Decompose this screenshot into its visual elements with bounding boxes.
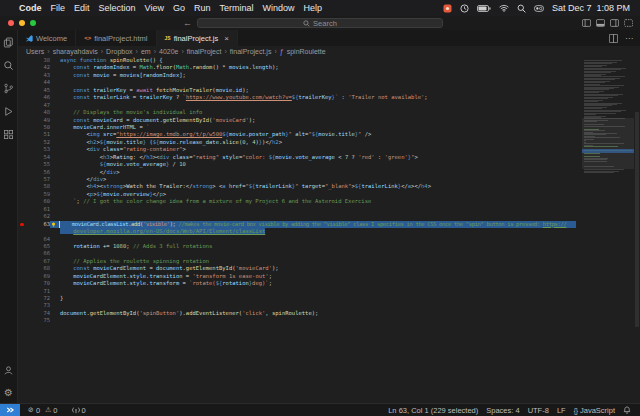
code-line-50[interactable]: 50 movieCard.innerHTML = ` — [18, 124, 576, 131]
breadcrumb-item[interactable]: sharayahdavis — [53, 48, 98, 55]
gutter-glyph-margin[interactable] — [18, 87, 26, 94]
gutter-glyph-margin[interactable] — [18, 146, 26, 153]
gutter-glyph-margin[interactable] — [18, 102, 26, 109]
code-line-55[interactable]: 55 ${movie.vote_average} / 10 — [18, 161, 576, 168]
tab-finalproject-html[interactable]: <>finalProject.html — [76, 30, 156, 46]
toggle-secondary-sidebar-icon[interactable] — [610, 19, 619, 27]
code-line-69[interactable]: 69 movieCardElement.style.transition = '… — [18, 273, 576, 280]
minimap[interactable] — [582, 57, 634, 403]
tab-welcome[interactable]: Welcome — [18, 30, 76, 46]
eol-sequence[interactable]: LF — [553, 406, 570, 415]
gutter-glyph-margin[interactable] — [18, 198, 26, 205]
toggle-panel-icon[interactable] — [596, 19, 605, 27]
split-editor-icon[interactable] — [609, 34, 618, 43]
gutter-glyph-margin[interactable] — [18, 236, 26, 243]
extensions-icon[interactable] — [3, 129, 14, 140]
menu-bar-clock[interactable]: Sat Dec 7 1:08 PM — [552, 3, 630, 13]
code-line-66[interactable]: 66 — [18, 250, 576, 257]
code-line-58[interactable]: 58 <h4><strong>Watch the Trailer:</stron… — [18, 183, 576, 190]
menu-view[interactable]: View — [145, 3, 164, 13]
gutter-glyph-margin[interactable] — [18, 79, 26, 86]
code-line-54[interactable]: 54 <h3>Rating: </h3><div class="rating" … — [18, 154, 576, 161]
code-line-38[interactable]: 38async function spinRoulette() { — [18, 57, 576, 64]
gutter-glyph-margin[interactable] — [18, 161, 26, 168]
ports-indicator[interactable]: 0 — [68, 406, 90, 415]
code-line-53[interactable]: 53 <div class="rating-container"> — [18, 146, 576, 153]
gutter-glyph-margin[interactable] — [18, 176, 26, 183]
code-line-70[interactable]: 70 movieCardElement.style.transform = `r… — [18, 280, 576, 287]
accounts-icon[interactable] — [3, 365, 14, 376]
source-control-icon[interactable] — [3, 83, 14, 94]
code-line-62[interactable]: 62 — [18, 213, 576, 220]
code-line-45[interactable]: 45 const trailerKey = await fetchMovieTr… — [18, 87, 576, 94]
gutter-glyph-margin[interactable] — [18, 280, 26, 287]
code-line-56[interactable]: 56 </div> — [18, 169, 576, 176]
menu-window[interactable]: Window — [262, 3, 294, 13]
gutter-glyph-margin[interactable] — [18, 310, 26, 317]
more-actions-icon[interactable]: ⋯ — [625, 34, 633, 43]
breadcrumb-item[interactable]: finalProject.js — [230, 48, 272, 55]
customize-layout-icon[interactable] — [624, 19, 633, 27]
menu-file[interactable]: File — [51, 3, 66, 13]
scrollbar-thumb[interactable] — [635, 112, 639, 327]
spotlight-search-icon[interactable] — [517, 4, 526, 13]
indentation[interactable]: Spaces: 4 — [482, 406, 523, 415]
breadcrumb-item[interactable]: Users — [26, 48, 44, 55]
code-line-71[interactable]: 71 — [18, 288, 576, 295]
gutter-glyph-margin[interactable] — [18, 64, 26, 71]
wifi-icon[interactable] — [499, 4, 509, 12]
close-window-button[interactable] — [8, 20, 14, 26]
problems-indicator[interactable]: ⊘0 ⚠0 — [24, 406, 62, 415]
gutter-glyph-margin[interactable] — [18, 288, 26, 295]
code-line-74[interactable]: 74document.getElementById('spinButton').… — [18, 310, 576, 317]
maximize-window-button[interactable] — [30, 20, 36, 26]
code-line-63[interactable]: 63 movieCard.classList.add('visible'); /… — [18, 221, 576, 228]
gutter-glyph-margin[interactable] — [18, 302, 26, 309]
gutter-glyph-margin[interactable] — [18, 183, 26, 190]
code-line-68[interactable]: 68 const movieCardElement = document.get… — [18, 265, 576, 272]
gutter-glyph-margin[interactable] — [18, 273, 26, 280]
explorer-icon[interactable] — [3, 37, 14, 48]
code-line-wrap[interactable]: developer.mozilla.org/en-US/docs/Web/API… — [18, 228, 576, 235]
code-line-72[interactable]: 72} — [18, 295, 576, 302]
gutter-glyph-margin[interactable] — [18, 243, 26, 250]
cursor-position[interactable]: Ln 63, Col 1 (229 selected) — [384, 406, 482, 415]
code-line-48[interactable]: 48 // Displays the movie's individual in… — [18, 109, 576, 116]
breadcrumb-item[interactable]: 4020e — [159, 48, 178, 55]
gutter-glyph-margin[interactable] — [18, 154, 26, 161]
code-line-57[interactable]: 57 </div> — [18, 176, 576, 183]
tab-finalproject-js[interactable]: JSfinalProject.js× — [157, 30, 238, 46]
settings-gear-icon[interactable]: ⚙ — [4, 388, 13, 398]
search-sidebar-icon[interactable] — [3, 60, 14, 71]
menu-go[interactable]: Go — [173, 3, 185, 13]
code-line-61[interactable]: 61 — [18, 206, 576, 213]
language-mode[interactable]: {} JavaScript — [570, 406, 619, 415]
code-line-73[interactable]: 73 — [18, 302, 576, 309]
breadcrumb-item[interactable]: em — [141, 48, 151, 55]
breadcrumb-item[interactable]: spinRoulette — [287, 48, 326, 55]
code-line-51[interactable]: 51 <img src="https://image.tmdb.org/t/p/… — [18, 131, 576, 138]
gutter-glyph-margin[interactable] — [18, 131, 26, 138]
navigate-back-button[interactable]: ← — [183, 19, 192, 28]
menu-code[interactable]: Code — [19, 3, 42, 13]
code-line-43[interactable]: 43 const movie = movies[randomIndex]; — [18, 72, 576, 79]
run-debug-icon[interactable] — [3, 106, 14, 117]
breakpoint-icon[interactable] — [20, 223, 24, 227]
menu-terminal[interactable]: Terminal — [219, 3, 253, 13]
close-tab-icon[interactable]: × — [224, 34, 229, 43]
gutter-glyph-margin[interactable] — [18, 221, 26, 228]
code-line-67[interactable]: 67 // Applies the roulette spinning rota… — [18, 258, 576, 265]
gutter-glyph-margin[interactable] — [18, 169, 26, 176]
gutter-glyph-margin[interactable] — [18, 265, 26, 272]
gutter-glyph-margin[interactable] — [18, 139, 26, 146]
code-line-47[interactable]: 47 — [18, 102, 576, 109]
app-icon[interactable] — [443, 4, 452, 13]
code-line-49[interactable]: 49 const movieCard = document.getElement… — [18, 117, 576, 124]
breadcrumb-item[interactable]: Dropbox — [106, 48, 132, 55]
menu-run[interactable]: Run — [194, 3, 211, 13]
gutter-glyph-margin[interactable] — [18, 72, 26, 79]
notifications-bell[interactable] — [619, 406, 635, 414]
code-line-52[interactable]: 52 <h2>${movie.title} (${movie.release_d… — [18, 139, 576, 146]
code-line-60[interactable]: 60 `; // I got the color change idea fro… — [18, 198, 576, 205]
quick-fix-lightbulb-icon[interactable] — [51, 222, 56, 227]
